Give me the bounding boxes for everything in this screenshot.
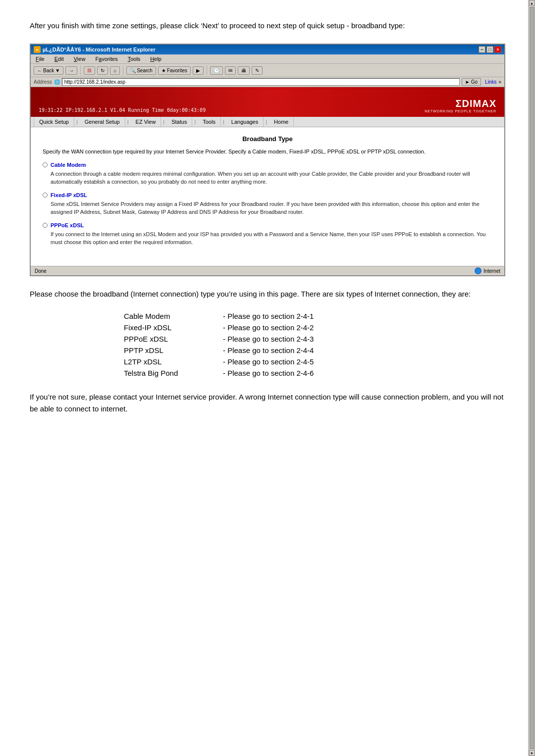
conn-section-2: - Please go to section 2-4-2 [223,323,314,332]
menu-help[interactable]: Help [148,55,163,62]
router-nav: Quick Setup | General Setup | EZ View | … [31,117,504,127]
address-label: Address [34,79,52,85]
nav-ez-view[interactable]: EZ View [131,117,161,127]
nav-status[interactable]: Status [166,117,192,127]
nav-sep-2: | [125,117,131,127]
nav-sep-3: | [161,117,166,127]
minimize-button[interactable]: − [479,46,485,53]
conn-type-2: Fixed-IP xDSL [124,323,223,332]
internet-status: 🌐 Internet [475,267,500,274]
search-label: Search [137,68,153,73]
browser-addressbar: Address 🌐 ► Go Links » [31,77,504,87]
option-pppoe-label: PPPoE xDSL [43,222,492,228]
go-arrow-icon: ► [465,79,470,85]
internet-icon: 🌐 [475,267,482,274]
refresh-button[interactable]: ↻ [97,66,108,75]
favorites-label: Favorites [167,68,187,73]
edimax-subtitle: NETWORKING PEOPLE TOGETHER [425,109,496,113]
edit-icon: ✎ [255,68,259,73]
conn-type-1: Cable Modem [124,312,223,320]
nav-sep-4: | [192,117,198,127]
menu-tools[interactable]: Tools [126,55,143,62]
page-intro: Specify the WAN connection type required… [43,148,492,156]
go-button[interactable]: ► Go [462,78,481,86]
nav-quick-setup[interactable]: Quick Setup [34,117,74,127]
menu-edit[interactable]: Edit [53,55,66,62]
print-button[interactable]: 🖶 [238,66,250,75]
menu-file[interactable]: File [34,55,47,62]
browser-menubar: File Edit View Favorites Tools Help [31,54,504,64]
browser-toolbar: ← Back ▼ → ☒ ↻ ⌂ 🔍 Search ★ Favorites ▶ [31,64,504,77]
dimax-text: DIMAX [462,98,496,109]
middle-paragraph: Please choose the broadband (Internet co… [30,288,505,300]
toolbar-sep-1 [80,65,81,75]
page-content-wrapper: Broadband Type Specify the WAN connectio… [31,127,504,266]
nav-general-setup[interactable]: General Setup [80,117,125,127]
radio-fixed-ip[interactable] [43,193,48,198]
page-title: Broadband Type [43,135,492,143]
back-button[interactable]: ← Back ▼ [34,66,63,75]
logo-block: ΣDIMAX NETWORKING PEOPLE TOGETHER [425,98,496,113]
forward-button[interactable]: → [65,66,77,75]
scroll-up-button[interactable]: ▲ [529,0,535,6]
favorites-button[interactable]: ★ Favorites [158,66,191,75]
option-fixed-ip-text: Fixed-IP xDSL [51,192,87,198]
router-content: 19:31:22 IP:192.168.2.1 V1.04 Running Ti… [31,87,504,275]
links-label[interactable]: Links [485,79,496,85]
address-input[interactable] [62,78,460,86]
star-icon: ★ [161,68,166,73]
conn-row-3: PPPoE xDSL - Please go to section 2-4-3 [124,335,411,343]
toolbar-sep-3 [207,65,207,75]
nav-tools[interactable]: Tools [198,117,221,127]
edit-button[interactable]: ✎ [252,66,263,75]
option-fixed-ip-desc: Some xDSL Internet Service Providers may… [51,200,492,216]
toolbar-sep-2 [123,65,123,75]
forward-arrow-icon: → [69,68,74,73]
menu-favorites[interactable]: Favorites [93,55,119,62]
stop-button[interactable]: ☒ [84,66,95,75]
radio-cable-modem[interactable] [43,162,48,167]
menu-view[interactable]: View [72,55,88,62]
browser-statusbar: Done 🌐 Internet [31,266,504,275]
conn-row-6: Telstra Big Pond - Please go to section … [124,369,411,377]
mail-icon: ✉ [228,68,232,73]
router-page: Broadband Type Specify the WAN connectio… [31,127,504,266]
close-button[interactable]: × [494,46,501,53]
conn-type-3: PPPoE xDSL [124,335,223,343]
back-arrow-icon: ← [37,68,42,73]
nav-home[interactable]: Home [269,117,294,127]
conn-section-4: - Please go to section 2-4-4 [223,346,314,354]
conn-section-5: - Please go to section 2-4-5 [223,357,314,366]
option-cable-modem-desc: A connection through a cable modem requi… [51,170,492,186]
conn-section-6: - Please go to section 2-4-6 [223,369,314,377]
links-chevron-icon: » [498,79,501,85]
home-icon: ⌂ [113,68,116,73]
option-pppoe: PPPoE xDSL If you connect to the Interne… [43,222,492,247]
radio-pppoe[interactable] [43,223,48,228]
search-button[interactable]: 🔍 Search [126,66,156,75]
back-label: Back [43,68,54,73]
media-button[interactable]: ▶ [193,66,204,75]
option-cable-modem-text: Cable Modem [51,162,86,168]
router-status-text: 19:31:22 IP:192.168.2.1 V1.04 Running Ti… [39,107,206,113]
home-button[interactable]: ⌂ [110,66,120,75]
maximize-button[interactable]: □ [486,46,493,53]
titlebar-left: e µL¿DÃD°ÃÅY6 - Microsoft Internet Explo… [34,46,156,53]
status-done-label: Done [35,268,47,274]
conn-type-6: Telstra Big Pond [124,369,223,377]
scrollbar[interactable]: ▲ ▼ [528,0,535,435]
address-icon: 🌐 [54,79,60,85]
option-pppoe-desc: If you connect to the Internet using an … [51,230,492,247]
conn-row-2: Fixed-IP xDSL - Please go to section 2-4… [124,323,411,332]
nav-sep-5: | [221,117,226,127]
scroll-thumb[interactable] [530,7,535,435]
conn-type-5: L2TP xDSL [124,357,223,366]
nav-languages[interactable]: Languages [226,117,264,127]
history-button[interactable]: 🕑 [210,66,223,75]
conn-row-5: L2TP xDSL - Please go to section 2-4-5 [124,357,411,366]
conn-row-1: Cable Modem - Please go to section 2-4-1 [124,312,411,320]
nav-sep-6: | [264,117,269,127]
mail-button[interactable]: ✉ [225,66,236,75]
conn-section-3: - Please go to section 2-4-3 [223,335,314,343]
conn-section-1: - Please go to section 2-4-1 [223,312,314,320]
